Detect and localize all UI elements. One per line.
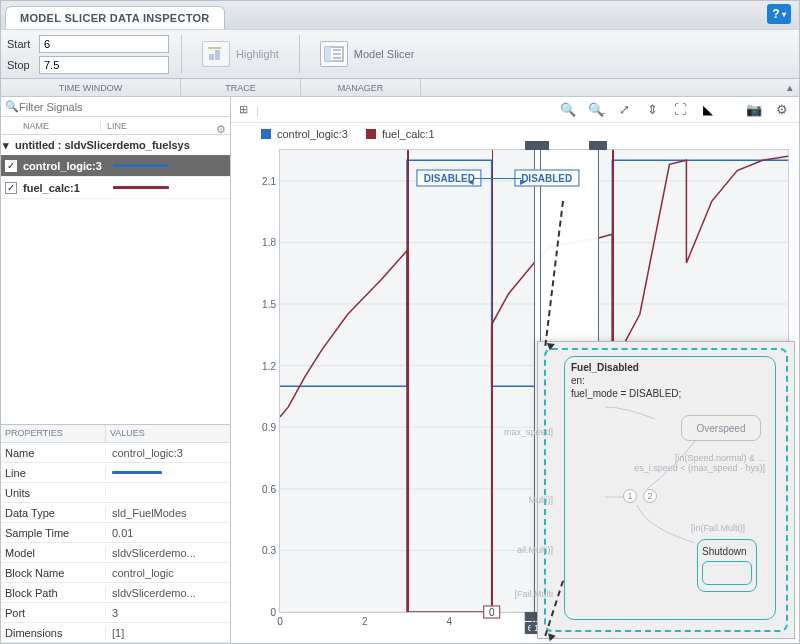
property-row: Units [1,483,230,503]
help-button[interactable]: ?▾ [767,4,791,24]
toolstrip: Start Stop Highlight Model Slicer [1,29,799,79]
signal-row[interactable]: ✓ control_logic:3 [1,155,230,177]
snapshot-icon[interactable]: 📷 [745,102,763,117]
fit-icon[interactable]: ⛶ [671,102,689,117]
signal-row[interactable]: ✓ fuel_calc:1 [1,177,230,199]
grid-layout-icon[interactable]: ⊞ [239,103,246,116]
filter-input[interactable] [19,101,226,113]
property-row: Block PathsldvSlicerdemo... [1,583,230,603]
zoom-time-icon[interactable]: ⤢ [615,102,633,117]
section-time-window: TIME WINDOW [1,79,181,96]
section-trace: TRACE [181,79,301,96]
stop-input[interactable] [39,56,169,74]
section-manager: MANAGER [301,79,421,96]
zoom-in-icon[interactable]: 🔍 [559,102,577,117]
stop-label: Stop [7,59,35,71]
legend-item: control_logic:3 [261,128,348,140]
property-row: Data Typesld_FuelModes [1,503,230,523]
col-line: LINE⚙ [101,121,230,131]
settings-icon[interactable]: ⚙ [773,102,791,117]
tree-root[interactable]: ▾untitled : sldvSlicerdemo_fuelsys [1,135,230,155]
property-row: ModelsldvSlicerdemo... [1,543,230,563]
model-slicer-icon [320,41,348,67]
cursor-icon[interactable]: ◣ [699,102,717,117]
property-row: Port3 [1,603,230,623]
gear-icon[interactable]: ⚙ [216,123,226,136]
start-input[interactable] [39,35,169,53]
model-slicer-button[interactable]: Model Slicer [312,37,423,71]
property-row: Line [1,463,230,483]
legend-item: fuel_calc:1 [366,128,435,140]
zoom-out-icon[interactable]: 🔍− [587,102,605,117]
window-title: MODEL SLICER DATA INSPECTOR [5,6,225,29]
props-header-k: PROPERTIES [1,425,106,442]
svg-rect-3 [325,47,331,61]
collapse-toolstrip-icon[interactable]: ▴ [787,81,793,94]
zoom-y-icon[interactable]: ⇕ [643,102,661,117]
stateflow-callout: Fuel_Disabled en: fuel_mode = DISABLED; … [537,341,795,639]
search-icon: 🔍 [5,100,19,113]
highlight-button[interactable]: Highlight [194,37,287,71]
property-row: Dimensions[1] [1,623,230,643]
svg-rect-1 [215,50,220,60]
start-label: Start [7,38,35,50]
svg-rect-0 [209,54,214,60]
property-row: Namecontrol_logic:3 [1,443,230,463]
props-header-v: VALUES [106,425,230,442]
property-row: Block Namecontrol_logic [1,563,230,583]
highlight-icon [202,41,230,67]
property-row: Sample Time0.01 [1,523,230,543]
col-name: NAME [1,121,101,131]
